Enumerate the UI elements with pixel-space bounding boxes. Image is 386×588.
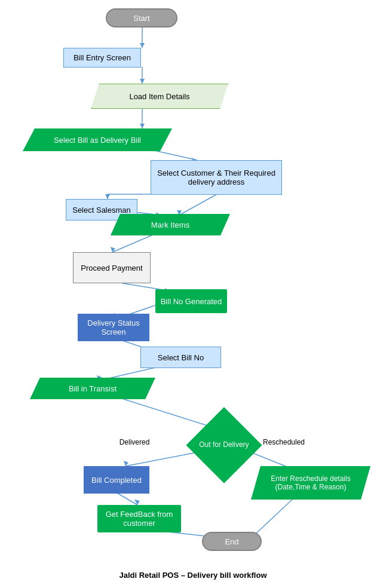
svg-line-27 xyxy=(125,451,203,466)
svg-marker-16 xyxy=(111,247,115,252)
select-salesman-label: Select Salesman xyxy=(72,206,131,215)
delivery-status-label: Delivery Status Screen xyxy=(78,318,149,336)
load-item-node: Load Item Details xyxy=(91,84,228,109)
delivered-label: Delivered xyxy=(111,436,158,448)
svg-marker-5 xyxy=(140,124,145,128)
rescheduled-text: Rescheduled xyxy=(263,438,305,446)
select-bill-no-label: Select Bill No xyxy=(158,353,204,362)
select-customer-node: Select Customer & Their Required deliver… xyxy=(151,160,282,195)
svg-line-15 xyxy=(112,234,154,252)
start-node: Start xyxy=(106,8,177,27)
enter-reschedule-label: Enter Reschedule details (Date,Time & Re… xyxy=(251,472,370,494)
out-for-delivery-label: Out for Delivery xyxy=(199,440,249,450)
delivery-status-node: Delivery Status Screen xyxy=(78,314,149,341)
footer-label: Jaldi Retail POS – Delivery bill workflo… xyxy=(119,571,266,580)
footer-text: Jaldi Retail POS – Delivery bill workflo… xyxy=(119,571,266,580)
end-node: End xyxy=(202,532,262,551)
proceed-payment-label: Proceed Payment xyxy=(81,264,142,272)
bill-entry-label: Bill Entry Screen xyxy=(73,53,131,62)
svg-marker-1 xyxy=(140,43,145,48)
bill-no-generated-label: Bill No Generated xyxy=(161,297,222,306)
load-item-label: Load Item Details xyxy=(129,92,189,101)
svg-line-13 xyxy=(179,194,217,215)
svg-marker-10 xyxy=(105,194,110,199)
svg-marker-28 xyxy=(124,461,128,466)
select-customer-label: Select Customer & Their Required deliver… xyxy=(151,166,281,189)
svg-marker-32 xyxy=(134,500,140,505)
mark-items-label: Mark Items xyxy=(151,220,189,229)
delivered-text: Delivered xyxy=(120,438,150,446)
start-label: Start xyxy=(133,14,149,23)
out-for-delivery-node: Out for Delivery xyxy=(186,407,262,483)
bill-in-transist-node: Bill in Transist xyxy=(30,378,155,399)
bill-completed-node: Bill Completed xyxy=(84,466,149,494)
svg-line-25 xyxy=(109,394,216,428)
select-bill-no-node: Select Bill No xyxy=(140,347,221,368)
svg-marker-3 xyxy=(140,79,145,84)
bill-entry-node: Bill Entry Screen xyxy=(63,48,141,68)
bill-no-generated-node: Bill No Generated xyxy=(155,289,227,313)
mark-items-node: Mark Items xyxy=(111,214,230,235)
select-bill-delivery-node: Select Bill as Delivery Bill xyxy=(23,128,172,151)
end-label: End xyxy=(225,537,238,546)
get-feedback-label: Get FeedBack from customer xyxy=(97,510,181,528)
svg-line-31 xyxy=(117,493,137,505)
bill-completed-label: Bill Completed xyxy=(91,476,142,485)
flowchart: Start Bill Entry Screen Load Item Detail… xyxy=(0,0,386,588)
select-bill-delivery-label: Select Bill as Delivery Bill xyxy=(54,136,141,145)
proceed-payment-node: Proceed Payment xyxy=(73,252,151,283)
bill-in-transist-label: Bill in Transist xyxy=(69,384,117,393)
enter-reschedule-node: Enter Reschedule details (Date,Time & Re… xyxy=(251,466,370,500)
get-feedback-node: Get FeedBack from customer xyxy=(97,505,181,532)
rescheduled-label: Rescheduled xyxy=(254,436,314,448)
